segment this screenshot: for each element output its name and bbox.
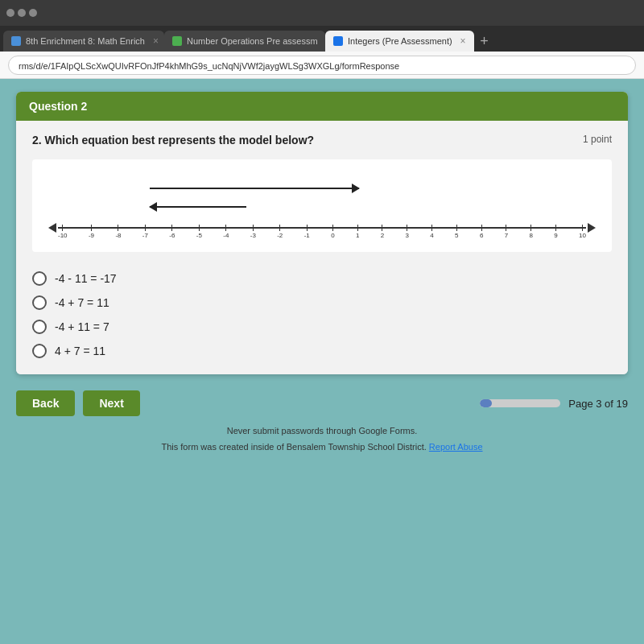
progress-area: Page 3 of 19 (480, 398, 628, 410)
browser-dot-1 (6, 9, 14, 17)
tick-5: 5 (455, 229, 458, 239)
options-list: -4 - 11 = -17 -4 + 7 = 11 -4 + 11 = 7 4 … (32, 268, 612, 361)
question-text-row: 2. Which equation best represents the mo… (32, 134, 612, 147)
axis-line (58, 227, 586, 229)
tick-2: 2 (381, 229, 384, 239)
tick--8: -8 (115, 229, 121, 239)
option-2-radio[interactable] (32, 295, 47, 310)
tick--9: -9 (89, 229, 94, 239)
question-body: 2. Which equation best represents the mo… (16, 121, 628, 374)
tab-3-label: Integers (Pre Assessment) (348, 36, 452, 46)
tick--4: -4 (223, 229, 229, 239)
tick--6: -6 (169, 229, 175, 239)
tick--5: -5 (196, 229, 202, 239)
browser-dot-2 (18, 9, 26, 17)
page-indicator: Page 3 of 19 (568, 398, 628, 410)
question-header-text: Question 2 (29, 100, 87, 113)
arrow-left (150, 206, 246, 208)
tab-3-favicon (333, 36, 343, 46)
tick--2: -2 (277, 229, 283, 239)
question-text: 2. Which equation best represents the mo… (32, 134, 314, 147)
option-3[interactable]: -4 + 11 = 7 (32, 320, 612, 334)
question-card: Question 2 2. Which equation best repres… (16, 92, 628, 374)
back-button[interactable]: Back (16, 390, 75, 416)
browser-dot-3 (29, 9, 37, 17)
url-input[interactable]: rms/d/e/1FAIpQLScXwQUIvRFOnJfP4khMhG9s_u… (8, 56, 636, 75)
option-4[interactable]: 4 + 7 = 11 (32, 344, 612, 358)
tick-0: 0 (331, 229, 334, 239)
tick-6: 6 (480, 229, 483, 239)
question-header: Question 2 (16, 92, 628, 121)
tab-1-close[interactable]: × (153, 35, 159, 47)
tick-1: 1 (356, 229, 359, 239)
option-1-label: -4 - 11 = -17 (55, 272, 117, 285)
option-3-radio[interactable] (32, 320, 47, 334)
tab-bar: 8th Enrichment 8: Math Enrich × Number O… (0, 26, 644, 52)
arrows-container (45, 175, 599, 224)
tab-1-label: 8th Enrichment 8: Math Enrich (26, 36, 145, 46)
page-content: Question 2 2. Which equation best repres… (0, 79, 644, 644)
tab-3-close[interactable]: × (460, 35, 466, 47)
tab-2-label: Number Operations Pre assessm (187, 36, 318, 46)
bottom-nav: Back Next Page 3 of 19 (16, 387, 628, 419)
option-1-radio[interactable] (32, 271, 47, 286)
option-3-label: -4 + 11 = 7 (55, 320, 109, 333)
option-4-label: 4 + 7 = 11 (55, 345, 105, 357)
option-2[interactable]: -4 + 7 = 11 (32, 295, 612, 310)
number-line-area: -10 -9 -8 -7 -6 -5 -4 -3 -2 -1 0 1 2 3 (32, 159, 612, 252)
new-tab-button[interactable]: + (474, 31, 495, 52)
tick--10: -10 (58, 229, 68, 239)
next-button[interactable]: Next (83, 390, 139, 416)
option-1[interactable]: -4 - 11 = -17 (32, 271, 612, 286)
footer-warning: Never submit passwords through Google Fo… (32, 426, 612, 436)
tab-1[interactable]: 8th Enrichment 8: Math Enrich × (3, 31, 164, 52)
tab-3[interactable]: Integers (Pre Assessment) × (325, 31, 474, 52)
progress-bar-container (480, 399, 560, 407)
footer-attribution: This form was created inside of Bensalem… (161, 442, 482, 452)
number-line-wrapper: -10 -9 -8 -7 -6 -5 -4 -3 -2 -1 0 1 2 3 (45, 227, 599, 239)
tick-9: 9 (554, 229, 557, 239)
option-2-label: -4 + 7 = 11 (55, 296, 109, 309)
tick-container: -10 -9 -8 -7 -6 -5 -4 -3 -2 -1 0 1 2 3 (58, 229, 586, 239)
arrow-right (150, 188, 359, 189)
page-footer: Never submit passwords through Google Fo… (16, 419, 628, 460)
report-abuse-link[interactable]: Report Abuse (429, 442, 483, 452)
address-bar: rms/d/e/1FAIpQLScXwQUIvRFOnJfP4khMhG9s_u… (0, 52, 644, 79)
tab-1-favicon (11, 36, 21, 46)
browser-chrome (0, 0, 644, 26)
tick-10: 10 (579, 229, 586, 239)
tick--3: -3 (250, 229, 256, 239)
tick-8: 8 (530, 229, 533, 239)
tick-7: 7 (505, 229, 508, 239)
points-badge: 1 point (583, 134, 612, 145)
axis-right-arrow (588, 223, 596, 233)
tab-2[interactable]: Number Operations Pre assessm × (164, 31, 325, 52)
tick--7: -7 (142, 229, 148, 239)
tick--1: -1 (304, 229, 310, 239)
progress-bar-fill (480, 399, 492, 407)
tab-2-favicon (172, 36, 182, 46)
option-4-radio[interactable] (32, 344, 47, 358)
axis-left-arrow (48, 223, 56, 233)
tick-4: 4 (430, 229, 433, 239)
tick-3: 3 (406, 229, 409, 239)
